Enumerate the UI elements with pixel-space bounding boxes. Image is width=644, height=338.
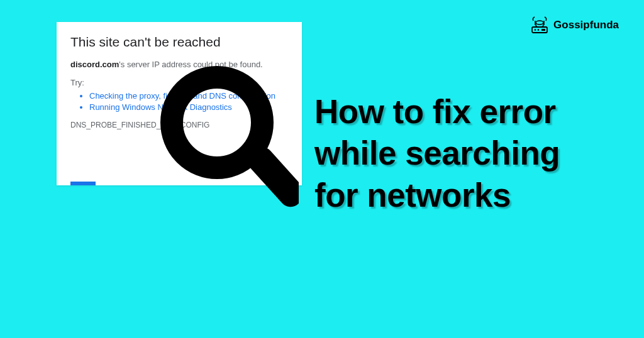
error-title: This site can't be reached xyxy=(70,35,288,50)
brand-name: Gossipfunda xyxy=(553,19,619,31)
svg-point-4 xyxy=(536,21,543,25)
svg-rect-1 xyxy=(243,143,299,212)
svg-point-7 xyxy=(538,29,540,31)
headline-line: How to fix error xyxy=(314,91,629,133)
svg-point-6 xyxy=(535,29,536,31)
svg-point-0 xyxy=(172,77,262,168)
error-domain: discord.com xyxy=(70,60,119,69)
magnifying-glass-icon xyxy=(154,63,299,226)
headline-line: while searching xyxy=(314,133,629,174)
reload-button[interactable] xyxy=(70,182,96,185)
headline: How to fix error while searching for net… xyxy=(314,91,629,216)
headline-line: for networks xyxy=(314,175,629,216)
router-icon xyxy=(530,16,550,35)
brand-logo: Gossipfunda xyxy=(530,16,619,35)
svg-rect-8 xyxy=(541,29,545,31)
